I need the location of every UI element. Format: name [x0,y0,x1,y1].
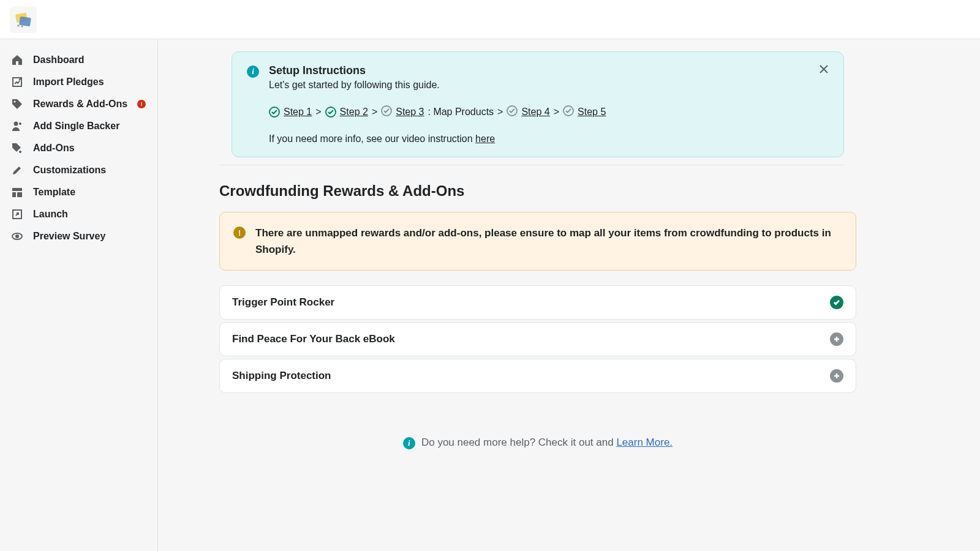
sidebar-item-label: Dashboard [33,54,85,66]
check-pending-icon [381,105,392,119]
sidebar-item-customizations[interactable]: Customizations [5,159,153,181]
setup-steps: Step 1 > Step 2 > Step 3: Map Products >… [269,105,829,119]
launch-icon [11,208,23,220]
setup-instructions-banner: i Setup Instructions Let's get started b… [232,51,844,157]
alert-badge: ! [137,100,146,108]
close-icon [818,64,829,75]
page-title: Crowdfunding Rewards & Add-Ons [219,182,943,200]
brush-icon [11,164,23,176]
tag-icon [11,98,23,110]
reward-row[interactable]: Trigger Point Rocker [219,285,856,320]
add-mapping-button[interactable] [830,332,843,346]
warning-icon: ! [233,227,246,239]
step-3-label: : Map Products [428,107,494,118]
step-3-link[interactable]: Step 3 [396,107,424,118]
home-icon [11,54,23,66]
video-instruction-text: If you need more info, see our video ins… [269,133,829,144]
person-add-icon [11,120,23,132]
video-here-link[interactable]: here [475,133,495,144]
unmapped-warning-banner: ! There are unmapped rewards and/or add-… [219,212,856,271]
sidebar-item-addons[interactable]: Add-Ons [5,137,153,159]
plus-icon [833,372,840,380]
step-separator: > [554,107,559,118]
app-logo [10,6,37,33]
reward-row[interactable]: Find Peace For Your Back eBook [219,322,856,356]
reward-name: Find Peace For Your Back eBook [232,333,395,345]
warning-text: There are unmapped rewards and/or add-on… [255,225,842,258]
check-done-icon [325,107,336,118]
setup-subtitle: Let's get started by following this guid… [269,80,440,91]
sidebar: Dashboard Import Pledges Rewards & Add-O… [0,39,158,551]
svg-point-2 [17,24,20,27]
svg-point-4 [14,101,16,103]
info-icon: i [403,437,415,449]
template-icon [11,186,23,198]
reward-name: Shipping Protection [232,370,331,382]
svg-rect-6 [12,188,22,191]
step-separator: > [497,107,503,118]
svg-rect-1 [19,16,31,26]
check-pending-icon [563,105,574,119]
sidebar-item-import-pledges[interactable]: Import Pledges [5,71,153,93]
info-icon: i [247,66,259,78]
main-content: i Setup Instructions Let's get started b… [158,39,980,551]
sidebar-item-label: Template [33,187,75,198]
check-done-icon [269,107,280,118]
step-1-link[interactable]: Step 1 [284,107,312,118]
step-5-link[interactable]: Step 5 [578,107,606,118]
sidebar-item-label: Add Single Backer [33,121,119,132]
plus-icon [833,335,840,343]
sidebar-item-label: Launch [33,209,68,220]
import-icon [11,76,23,88]
close-banner-button[interactable] [816,62,831,77]
learn-more-link[interactable]: Learn More. [616,437,673,448]
step-4-link[interactable]: Step 4 [521,107,549,118]
sidebar-item-label: Rewards & Add-Ons [33,99,127,110]
help-text: Do you need more help? Check it out and [421,437,616,448]
topbar [0,0,980,39]
divider [219,165,844,165]
check-pending-icon [507,105,518,119]
svg-rect-8 [17,192,22,197]
sidebar-item-label: Customizations [33,165,106,176]
svg-point-11 [15,234,19,238]
reward-row[interactable]: Shipping Protection [219,359,856,393]
setup-title: Setup Instructions [269,64,440,77]
sidebar-item-template[interactable]: Template [5,181,153,203]
help-footer: i Do you need more help? Check it out an… [219,436,856,449]
status-mapped-icon [830,296,843,309]
step-separator: > [372,107,377,118]
add-mapping-button[interactable] [830,369,843,383]
step-2-link[interactable]: Step 2 [340,107,368,118]
sidebar-item-dashboard[interactable]: Dashboard [5,49,153,71]
sidebar-item-preview-survey[interactable]: Preview Survey [5,225,153,247]
sidebar-item-rewards-addons[interactable]: Rewards & Add-Ons ! [5,93,153,115]
sidebar-item-label: Preview Survey [33,231,105,242]
svg-rect-7 [12,192,16,197]
eye-icon [11,230,23,242]
step-separator: > [315,107,321,118]
sidebar-item-add-single-backer[interactable]: Add Single Backer [5,115,153,137]
svg-point-5 [14,122,18,126]
sidebar-item-launch[interactable]: Launch [5,203,153,225]
sidebar-item-label: Import Pledges [33,77,104,88]
sidebar-item-label: Add-Ons [33,143,75,154]
svg-point-3 [21,25,23,27]
tag-plus-icon [11,142,23,154]
reward-name: Trigger Point Rocker [232,296,334,309]
